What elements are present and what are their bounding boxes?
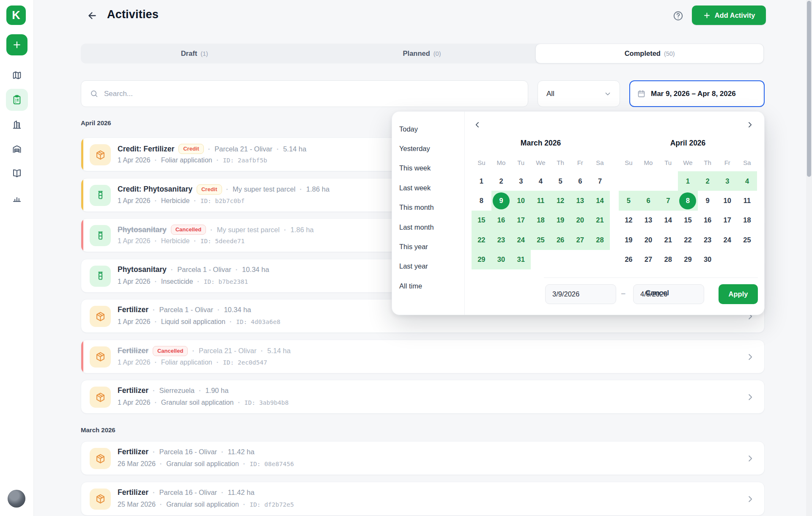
calendar-day[interactable]: 2 [698, 171, 718, 191]
user-avatar[interactable] [8, 490, 25, 508]
create-new-button[interactable] [6, 34, 27, 55]
calendar-prev-button[interactable] [471, 118, 484, 131]
calendar-day[interactable]: 14 [590, 191, 610, 210]
activity-card[interactable]: Fertilizer·Sierrezuela·1.90 ha1 Apr 2026… [81, 380, 765, 414]
sidebar-item-organization[interactable] [6, 113, 28, 135]
calendar-day[interactable]: 26 [619, 250, 639, 269]
calendar-day[interactable]: 31 [511, 250, 531, 269]
calendar-day[interactable]: 16 [698, 211, 718, 230]
tab-draft[interactable]: Draft(1) [81, 44, 308, 63]
calendar-day[interactable]: 23 [698, 230, 718, 250]
apply-button[interactable]: Apply [719, 284, 758, 304]
calendar-day[interactable]: 20 [570, 211, 590, 230]
preset-last-year[interactable]: Last year [392, 257, 464, 276]
calendar-day[interactable]: 6 [570, 171, 590, 191]
calendar-day[interactable]: 6 [639, 191, 658, 210]
calendar-day[interactable]: 22 [678, 230, 698, 250]
calendar-day[interactable]: 12 [551, 191, 571, 210]
search-input[interactable] [104, 90, 519, 98]
calendar-day[interactable]: 9 [491, 191, 511, 210]
calendar-next-button[interactable] [743, 118, 756, 131]
calendar-day[interactable]: 4 [531, 171, 551, 191]
calendar-day[interactable]: 10 [717, 191, 737, 210]
calendar-day[interactable]: 30 [698, 250, 718, 269]
calendar-day[interactable]: 27 [570, 230, 590, 250]
start-date-input[interactable] [545, 284, 616, 304]
calendar-day[interactable]: 28 [590, 230, 610, 250]
calendar-day[interactable]: 1 [678, 171, 698, 191]
calendar-day[interactable]: 7 [658, 191, 678, 210]
calendar-day[interactable]: 11 [531, 191, 551, 210]
help-button[interactable] [672, 9, 684, 22]
calendar-day[interactable]: 3 [511, 171, 531, 191]
sidebar-item-warehouse[interactable] [6, 138, 28, 160]
preset-this-week[interactable]: This week [392, 159, 464, 178]
sidebar-item-library[interactable] [6, 162, 28, 184]
activity-card[interactable]: Fertilizer·Parcela 16 - Olivar·11.42 ha2… [81, 441, 765, 475]
calendar-day[interactable]: 17 [511, 211, 531, 230]
calendar-day[interactable]: 24 [511, 230, 531, 250]
preset-this-year[interactable]: This year [392, 237, 464, 256]
calendar-day[interactable]: 28 [658, 250, 678, 269]
calendar-day[interactable]: 15 [678, 211, 698, 230]
calendar-day[interactable]: 10 [511, 191, 531, 210]
calendar-day[interactable]: 8 [472, 191, 491, 210]
calendar-day[interactable]: 14 [658, 211, 678, 230]
calendar-day[interactable]: 29 [472, 250, 491, 269]
preset-yesterday[interactable]: Yesterday [392, 139, 464, 158]
scrollbar-thumb[interactable] [807, 1, 811, 177]
calendar-day[interactable]: 5 [551, 171, 571, 191]
tab-planned[interactable]: Planned(0) [308, 44, 536, 63]
calendar-day[interactable]: 7 [590, 171, 610, 191]
calendar-day[interactable]: 21 [658, 230, 678, 250]
activity-card[interactable]: Fertilizer·Parcela 16 - Olivar·11.42 ha2… [81, 482, 765, 516]
back-button[interactable] [86, 9, 99, 22]
app-logo[interactable]: K [6, 5, 26, 25]
calendar-day[interactable]: 11 [737, 191, 757, 210]
calendar-day[interactable]: 19 [619, 230, 639, 250]
calendar-day[interactable]: 12 [619, 211, 639, 230]
preset-all-time[interactable]: All time [392, 276, 464, 296]
calendar-day[interactable]: 21 [590, 211, 610, 230]
calendar-day[interactable]: 24 [717, 230, 737, 250]
calendar-day[interactable]: 8 [678, 191, 698, 210]
calendar-day[interactable]: 13 [639, 211, 658, 230]
calendar-day[interactable]: 13 [570, 191, 590, 210]
calendar-day[interactable]: 23 [491, 230, 511, 250]
preset-today[interactable]: Today [392, 119, 464, 139]
preset-last-month[interactable]: Last month [392, 217, 464, 237]
calendar-day[interactable]: 5 [619, 191, 639, 210]
calendar-day[interactable]: 16 [491, 211, 511, 230]
add-activity-button[interactable]: Add Activity [692, 5, 766, 25]
calendar-day[interactable]: 15 [472, 211, 491, 230]
calendar-day[interactable]: 26 [551, 230, 571, 250]
calendar-day[interactable]: 1 [472, 171, 491, 191]
calendar-day[interactable]: 30 [491, 250, 511, 269]
calendar-day[interactable]: 25 [737, 230, 757, 250]
preset-this-month[interactable]: This month [392, 198, 464, 217]
calendar-day[interactable]: 18 [737, 211, 757, 230]
calendar-day[interactable]: 4 [737, 171, 757, 191]
days-grid: 1234567891011121314151617181920212223242… [619, 171, 757, 269]
calendar-day[interactable]: 20 [639, 230, 658, 250]
sidebar-item-reports[interactable] [6, 187, 28, 209]
calendar-day[interactable]: 19 [551, 211, 571, 230]
cancel-button[interactable]: Cancel [645, 289, 669, 297]
calendar-day[interactable]: 17 [717, 211, 737, 230]
calendar-day[interactable]: 25 [531, 230, 551, 250]
calendar-day[interactable]: 18 [531, 211, 551, 230]
type-filter-select[interactable]: All [538, 80, 620, 107]
calendar-day[interactable]: 9 [698, 191, 718, 210]
calendar-day[interactable]: 2 [491, 171, 511, 191]
calendar-day[interactable]: 29 [678, 250, 698, 269]
calendar-day[interactable]: 3 [717, 171, 737, 191]
activity-card[interactable]: FertilizerCancelled·Parcela 21 - Olivar·… [81, 340, 765, 373]
calendar-day[interactable]: 22 [472, 230, 491, 250]
activity-line1: Fertilizer·Sierrezuela·1.90 ha [118, 386, 228, 395]
calendar-day[interactable]: 27 [639, 250, 658, 269]
tab-completed[interactable]: Completed(50) [535, 44, 764, 63]
preset-last-week[interactable]: Last week [392, 178, 464, 198]
date-range-field[interactable]: Mar 9, 2026 – Apr 8, 2026 [629, 80, 765, 107]
sidebar-item-activities[interactable] [6, 89, 28, 111]
sidebar-item-map[interactable] [6, 64, 28, 86]
